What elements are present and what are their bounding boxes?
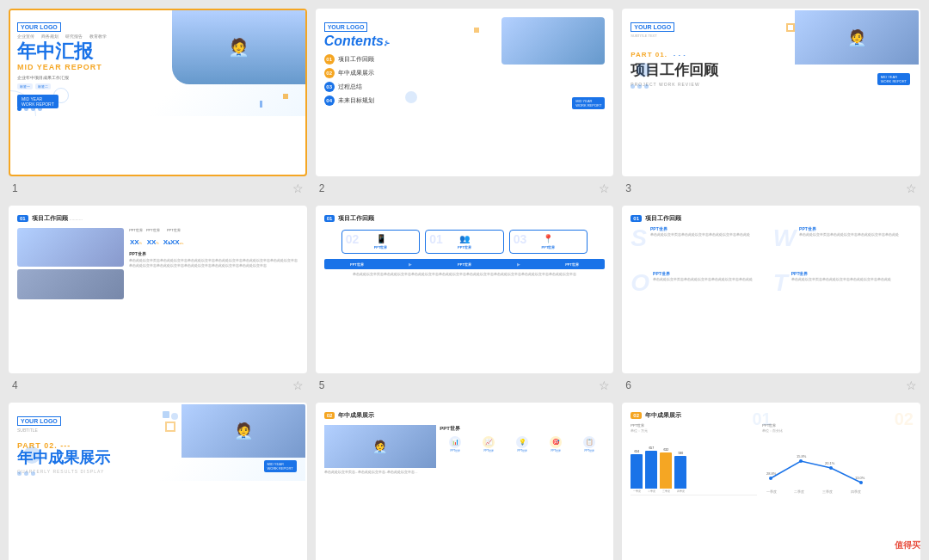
bar-text-3: PPT世界 (565, 262, 579, 267)
slide2-logo: YOUR LOGO (324, 22, 368, 32)
slide4-stats: PPT世界 XX% PPT世界 XX% PPT世界 X₁XXw+ (129, 228, 298, 248)
swot-letter-s: S (631, 226, 647, 250)
swot-letter-w: W (773, 226, 796, 250)
slide8-right: PPT世界 📊 PPT世界 📈 PPT世界 💡 (440, 425, 605, 475)
slide2-item-2: 02 年中成果展示 (324, 68, 606, 78)
swot-title-s: PPT世界 (650, 226, 770, 231)
slide3-photo: 🧑‍💼 (795, 10, 919, 65)
svg-text:15.8%: 15.8% (797, 454, 807, 458)
slide1-dots (17, 107, 42, 111)
bar-val-1: 624 (634, 450, 639, 453)
bar-rect-2 (645, 451, 657, 489)
stat-2: PPT世界 XX% (146, 228, 160, 248)
slide5-item-2: 01 👥 PPT世界 (425, 230, 503, 254)
slide8-left: 🧑‍💼 单击此处以交半页志...单击此处以交半志...单击此处以交半志... (324, 425, 437, 475)
bar-val-3: 632 (663, 448, 668, 452)
slide-card-5[interactable]: 01 项目工作回顾 02 📱 PPT世界 01 👥 PPT世界 (316, 206, 614, 373)
icon-circle-3: 💡 (516, 436, 528, 448)
stat-1: PPT世界 XX% (129, 228, 143, 248)
slide9-bar-chart: 624 一季度 657 二季度 632 (631, 435, 757, 495)
svg-point-3 (859, 481, 863, 484)
slide2-item-3: 03 过程总结 (324, 82, 606, 92)
star-icon-1[interactable]: ☆ (292, 182, 304, 195)
icon-item-4: 🎯 PPT世界 (540, 436, 571, 452)
slide4-desc: 单击此处以交半页志单击此处以交半志单击此处以交半志单击此处以交半志单击此处以交半… (129, 258, 298, 268)
slide3-subtitle-en: PROJECT WORK REVIEW (631, 82, 912, 87)
slide5-header-text: 项目工作回顾 (338, 214, 374, 223)
slide4-num-badge: 01 (17, 215, 28, 222)
icon-label-4: PPT世界 (551, 449, 561, 452)
slide-card-3[interactable]: YOUR LOGO SUBTITLE TEXT PART 01. - - - 项… (622, 9, 920, 176)
slide-card-7[interactable]: YOUR LOGO SUBTITLE PART 02. --- 年中成果展示 Q… (9, 403, 307, 560)
slide-card-1[interactable]: YOUR LOGO 企业宣传 商务规划 研究报告 教育教学 年中汇报 MID Y… (9, 9, 307, 176)
bar-arrow-1: ▶ (409, 262, 412, 267)
slide9-num-badge: 02 (631, 412, 642, 419)
slide-grid: YOUR LOGO 企业宣传 商务规划 研究报告 教育教学 年中汇报 MID Y… (0, 0, 929, 560)
line-chart-svg: 28.8% 15.8% 20.1% 13.0% 一季度 二季度 三季度 四季度 (762, 435, 883, 495)
slide8-header: 02 年中成果展示 (324, 411, 606, 420)
slide7-deco-yellow (165, 422, 175, 432)
icon-label-2: PPT世界 (483, 449, 494, 452)
slide4-right: PPT世界 XX% PPT世界 XX% PPT世界 X₁XXw+ (129, 228, 298, 299)
slide5-footer: 单击此处以交半页志单击此处以交半志单击此处以交半志单击此处以交半志单击此处以交半… (324, 273, 606, 276)
slide-wrapper-2: YOUR LOGO Contents⊱ 01 项目工作回顾 02 年中成果展示 … (316, 9, 614, 197)
slide2-num-1: 01 (324, 54, 335, 65)
slide4-world: PPT世界 (129, 251, 298, 256)
slide4-body: PPT世界 XX% PPT世界 XX% PPT世界 X₁XXw+ (17, 228, 298, 299)
svg-point-2 (829, 466, 833, 470)
icon-circle-2: 📈 (483, 436, 495, 448)
item3-num: 03 (514, 232, 527, 246)
slide-number-row-4: 4 ☆ (9, 377, 307, 394)
slide-card-4[interactable]: 01 项目工作回顾 ........... PPT世界 (9, 206, 307, 373)
slide4-photo-2 (17, 269, 124, 299)
slide5-items: 02 📱 PPT世界 01 👥 PPT世界 03 📍 PPT世界 (324, 230, 606, 254)
slide9-unit-left: 单位：万元 (631, 429, 757, 433)
swot-o: O PPT世界 单击此处以交半页志单击此处以交半志单击此处以交半志单击此处 (631, 271, 769, 312)
bar-label-4: 四季度 (677, 489, 685, 493)
swot-t: T PPT世界 单击此处以交半页志单击此处以交半志单击此处以交半志单击此处 (773, 271, 912, 312)
star-icon-2[interactable]: ☆ (599, 182, 610, 195)
slide-card-9[interactable]: 02 年中成果展示 PPT世界 单位：万元 624 一季度 (622, 403, 920, 560)
slide-wrapper-8: 02 年中成果展示 🧑‍💼 单击此处以交半页志...单击此处以交半志...单击此… (316, 403, 614, 560)
slide-card-2[interactable]: YOUR LOGO Contents⊱ 01 项目工作回顾 02 年中成果展示 … (316, 9, 614, 176)
swot-title-t: PPT世界 (791, 271, 912, 276)
swot-content-s: PPT世界 单击此处以交半页志单击此处以交半志单击此处以交半志单击此处 (650, 226, 770, 237)
slide2-text-2: 年中成果展示 (338, 69, 374, 77)
star-icon-3[interactable]: ☆ (906, 182, 917, 195)
star-icon-6[interactable]: ☆ (906, 378, 917, 392)
slide9-content: 02 年中成果展示 PPT世界 单位：万元 624 一季度 (624, 404, 919, 506)
slide2-num-2: 02 (324, 68, 335, 78)
slide-card-8[interactable]: 02 年中成果展示 🧑‍💼 单击此处以交半页志...单击此处以交半志...单击此… (316, 403, 614, 560)
swot-w: W PPT世界 单击此处以交半页志单击此处以交半志单击此处以交半志单击此处 (773, 226, 912, 268)
slide8-text-area: 单击此处以交半页志...单击此处以交半志...单击此处以交半志... (324, 471, 437, 475)
star-icon-5[interactable]: ☆ (599, 378, 610, 392)
slide1-content: YOUR LOGO 企业宣传 商务规划 研究报告 教育教学 年中汇报 MID Y… (10, 10, 305, 116)
slide2-badge: MID YEARWORK REPORT (572, 97, 605, 109)
swot-letter-t: T (773, 271, 788, 295)
icon-item-5: 📋 PPT世界 (574, 436, 605, 452)
stat3-value: X₁XXw+ (163, 232, 184, 248)
slide7-photo-inner: 🧑‍💼 (181, 404, 305, 458)
slide-number-row-2: 2 ☆ (316, 180, 614, 197)
slide9-unit-right: 单位：百分比 (762, 429, 912, 433)
subtitle-item-4: 教育教学 (89, 34, 107, 39)
slide9-body: PPT世界 单位：万元 624 一季度 657 二季度 (631, 423, 912, 499)
slide6-header: 01 项目工作回顾 (631, 214, 912, 223)
bar-label-2: 二季度 (648, 489, 655, 493)
slide2-deco-yellow (474, 28, 479, 33)
slide7-content: YOUR LOGO SUBTITLE PART 02. --- 年中成果展示 Q… (10, 404, 305, 481)
swot-content-w: PPT世界 单击此处以交半页志单击此处以交半志单击此处以交半志单击此处 (799, 226, 912, 237)
slide9-world-2: PPT世界 (762, 423, 912, 428)
slide4-header-text: 项目工作回顾 ........... (32, 214, 83, 223)
swot-desc-t: 单击此处以交半页志单击此处以交半志单击此处以交半志单击此处 (791, 278, 912, 282)
slide-number-row-1: 1 ☆ (9, 180, 307, 197)
svg-text:一季度: 一季度 (766, 489, 777, 494)
slide2-item-4: 04 未来目标规划 (324, 95, 606, 106)
slide-card-6[interactable]: 01 项目工作回顾 S PPT世界 单击此处以交半页志单击此处以交半志单击此处以… (622, 206, 920, 373)
slide1-photo-inner: 🧑‍💼 (172, 10, 305, 84)
star-icon-4[interactable]: ☆ (292, 378, 304, 392)
svg-text:三季度: 三季度 (822, 489, 833, 494)
slide-wrapper-4: 01 项目工作回顾 ........... PPT世界 (9, 206, 307, 394)
dot-3 (31, 471, 35, 476)
slide8-photo: 🧑‍💼 (324, 425, 437, 468)
